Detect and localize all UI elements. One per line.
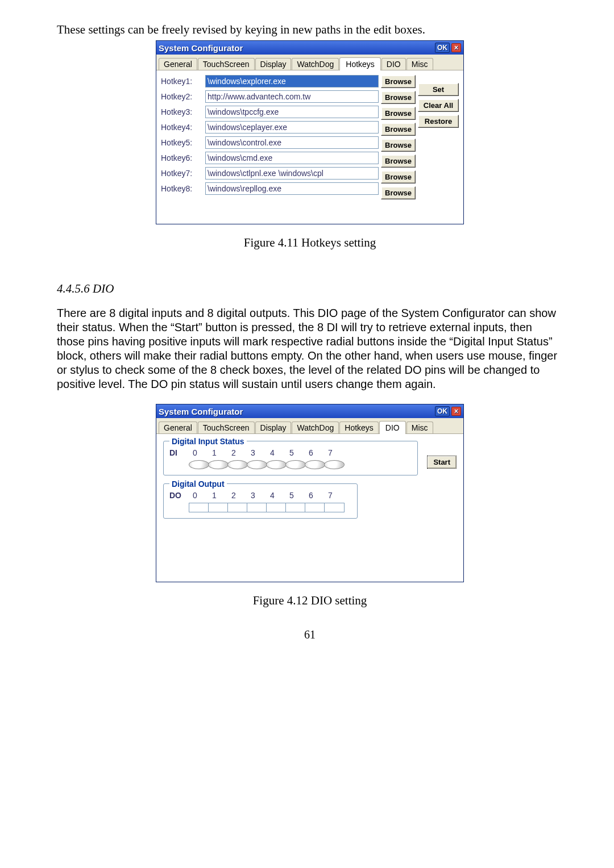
- di-idx-6: 6: [301, 448, 321, 457]
- tab-hotkeys[interactable]: Hotkeys: [339, 57, 381, 70]
- tab-hotkeys-2[interactable]: Hotkeys: [339, 422, 379, 433]
- titlebar-2: System Configurator OK ×: [156, 404, 463, 418]
- hotkey-input-8[interactable]: [205, 182, 379, 195]
- di-idx-4: 4: [263, 448, 282, 457]
- do-idx-1: 1: [205, 491, 224, 500]
- do-check-2[interactable]: [227, 503, 248, 512]
- hotkey-input-1[interactable]: [205, 75, 379, 87]
- browse-button-8[interactable]: Browse: [381, 186, 416, 199]
- di-radio-5: [285, 460, 306, 469]
- do-check-7[interactable]: [324, 503, 345, 512]
- start-button[interactable]: Start: [427, 456, 457, 469]
- do-label: DO: [169, 491, 185, 500]
- di-radio-6: [305, 460, 325, 469]
- dio-paragraph: There are 8 digital inputs and 8 digital…: [57, 306, 563, 391]
- do-check-4[interactable]: [266, 503, 287, 512]
- hotkey-label-8: Hotkey8:: [161, 184, 205, 193]
- tab-touchscreen-2[interactable]: TouchScreen: [198, 422, 255, 433]
- do-idx-5: 5: [282, 491, 301, 500]
- tab-display[interactable]: Display: [255, 58, 292, 70]
- tab-watchdog-2[interactable]: WatchDog: [292, 422, 339, 433]
- titlebar: System Configurator OK ×: [156, 41, 463, 55]
- page-number: 61: [57, 628, 563, 641]
- browse-button-5[interactable]: Browse: [381, 139, 416, 152]
- do-idx-0: 0: [185, 491, 205, 500]
- do-idx-2: 2: [224, 491, 243, 500]
- do-check-5[interactable]: [285, 503, 306, 512]
- do-check-0[interactable]: [189, 503, 209, 512]
- hotkey-label-7: Hotkey7:: [161, 169, 205, 178]
- do-check-6[interactable]: [305, 503, 325, 512]
- tabs-row-2: General TouchScreen Display WatchDog Hot…: [156, 418, 463, 434]
- browse-button-6[interactable]: Browse: [381, 155, 416, 168]
- hotkey-input-6[interactable]: [205, 152, 379, 164]
- hotkey-label-6: Hotkey6:: [161, 153, 205, 162]
- dio-pane: Digital Input Status DI 0 1 2 3 4 5 6 7: [156, 434, 463, 582]
- tab-general-2[interactable]: General: [159, 422, 197, 433]
- di-idx-0: 0: [185, 448, 205, 457]
- browse-button-3[interactable]: Browse: [381, 107, 416, 120]
- clear-all-button[interactable]: Clear All: [418, 99, 459, 112]
- section-heading: 4.4.5.6 DIO: [57, 282, 563, 296]
- window-title: System Configurator: [159, 43, 435, 53]
- system-configurator-window-hotkeys: System Configurator OK × General TouchSc…: [156, 40, 464, 224]
- hotkey-input-5[interactable]: [205, 136, 379, 149]
- figure-caption-2: Figure 4.12 DIO setting: [57, 594, 563, 608]
- ok-button-2[interactable]: OK: [435, 406, 450, 416]
- di-idx-7: 7: [321, 448, 340, 457]
- do-idx-7: 7: [321, 491, 340, 500]
- do-legend: Digital Output: [169, 479, 227, 489]
- tab-display-2[interactable]: Display: [255, 422, 292, 433]
- browse-button-2[interactable]: Browse: [381, 91, 416, 104]
- di-radio-1: [208, 460, 229, 469]
- hotkeys-pane: Hotkey1:Hotkey2:Hotkey3:Hotkey4:Hotkey5:…: [156, 70, 463, 224]
- do-idx-3: 3: [243, 491, 263, 500]
- di-radio-7: [324, 460, 345, 469]
- di-legend: Digital Input Status: [169, 437, 247, 446]
- di-radio-3: [247, 460, 267, 469]
- di-idx-5: 5: [282, 448, 301, 457]
- digital-input-fieldset: Digital Input Status DI 0 1 2 3 4 5 6 7: [163, 441, 418, 475]
- figure-caption-1: Figure 4.11 Hotkeys setting: [57, 236, 563, 250]
- hotkey-input-4[interactable]: [205, 121, 379, 133]
- set-button[interactable]: Set: [418, 83, 459, 96]
- system-configurator-window-dio: System Configurator OK × General TouchSc…: [156, 404, 464, 582]
- hotkey-label-2: Hotkey2:: [161, 92, 205, 101]
- hotkey-input-2[interactable]: [205, 90, 379, 103]
- di-radio-4: [266, 460, 287, 469]
- di-idx-2: 2: [224, 448, 243, 457]
- di-idx-3: 3: [243, 448, 263, 457]
- hotkey-label-3: Hotkey3:: [161, 107, 205, 116]
- browse-button-1[interactable]: Browse: [381, 75, 416, 88]
- tab-misc[interactable]: Misc: [406, 58, 433, 70]
- tab-misc-2[interactable]: Misc: [406, 422, 433, 433]
- hotkey-input-7[interactable]: [205, 167, 379, 180]
- di-idx-1: 1: [205, 448, 224, 457]
- tab-general[interactable]: General: [159, 58, 197, 70]
- do-check-1[interactable]: [208, 503, 229, 512]
- do-check-3[interactable]: [247, 503, 267, 512]
- ok-button[interactable]: OK: [435, 43, 450, 53]
- window-title-2: System Configurator: [159, 407, 435, 416]
- tab-touchscreen[interactable]: TouchScreen: [198, 58, 255, 70]
- di-radio-0: [189, 460, 209, 469]
- do-idx-6: 6: [301, 491, 321, 500]
- close-button[interactable]: ×: [451, 43, 461, 52]
- tab-watchdog[interactable]: WatchDog: [292, 58, 339, 70]
- tabs-row: General TouchScreen Display WatchDog Hot…: [156, 55, 463, 70]
- browse-button-7[interactable]: Browse: [381, 170, 416, 183]
- browse-button-4[interactable]: Browse: [381, 123, 416, 136]
- hotkey-label-4: Hotkey4:: [161, 123, 205, 132]
- hotkey-input-3[interactable]: [205, 106, 379, 118]
- hotkey-label-5: Hotkey5:: [161, 138, 205, 147]
- restore-button[interactable]: Restore: [418, 115, 459, 128]
- intro-text: These settings can be freely revised by …: [57, 23, 563, 37]
- di-radio-2: [227, 460, 248, 469]
- hotkey-label-1: Hotkey1:: [161, 77, 205, 86]
- tab-dio[interactable]: DIO: [381, 58, 406, 70]
- di-label: DI: [169, 448, 185, 457]
- digital-output-fieldset: Digital Output DO 0 1 2 3 4 5 6 7: [163, 483, 358, 519]
- tab-dio-2[interactable]: DIO: [379, 421, 406, 434]
- close-button-2[interactable]: ×: [451, 407, 461, 416]
- do-idx-4: 4: [263, 491, 282, 500]
